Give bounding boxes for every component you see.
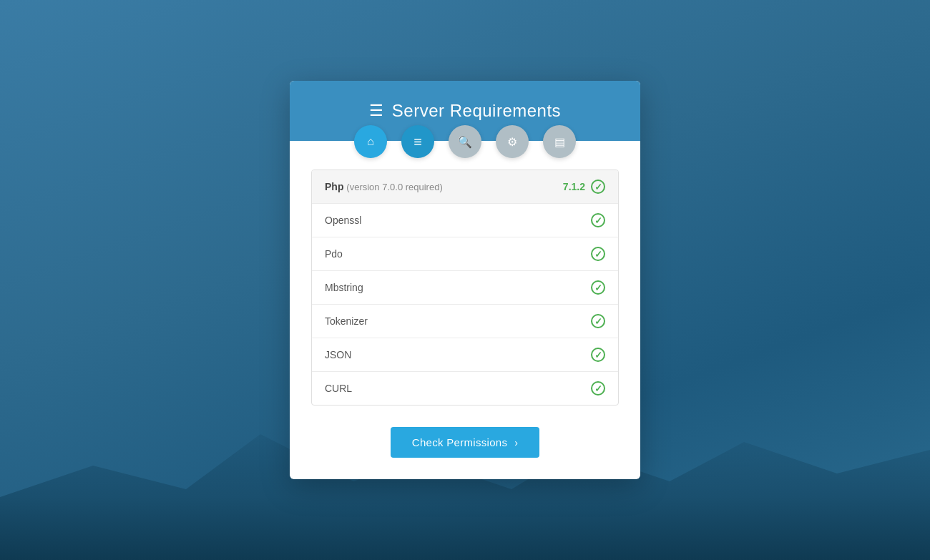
- gear-icon: ⚙: [507, 135, 517, 149]
- step-db[interactable]: ▤: [543, 125, 576, 158]
- header-list-icon: ☰: [369, 102, 383, 120]
- req-right-mbstring: ✓: [591, 280, 605, 295]
- req-row-pdo: Pdo ✓: [312, 237, 618, 271]
- list-icon: ≡: [413, 134, 422, 150]
- req-row-curl: CURL ✓: [312, 372, 618, 405]
- req-name-php: Php (version 7.0.0 required): [325, 181, 443, 192]
- req-name-pdo: Pdo: [325, 248, 343, 260]
- check-icon-pdo: ✓: [591, 247, 605, 261]
- req-right-php: 7.1.2 ✓: [563, 180, 605, 194]
- card-body: Php (version 7.0.0 required) 7.1.2 ✓ Ope…: [290, 141, 640, 479]
- req-name-openssl: Openssl: [325, 215, 361, 226]
- req-sub-php: (version 7.0.0 required): [346, 182, 442, 192]
- req-name-tokenizer: Tokenizer: [325, 315, 368, 327]
- req-row-tokenizer: Tokenizer ✓: [312, 305, 618, 338]
- home-icon: ⌂: [367, 135, 374, 148]
- req-right-json: ✓: [591, 348, 605, 362]
- page-title: Server Requirements: [392, 101, 561, 121]
- check-permissions-button[interactable]: Check Permissions ›: [391, 427, 539, 458]
- step-settings[interactable]: ⚙: [496, 125, 529, 158]
- req-right-openssl: ✓: [591, 213, 605, 227]
- step-home[interactable]: ⌂: [354, 125, 387, 158]
- req-right-tokenizer: ✓: [591, 314, 605, 328]
- req-row-mbstring: Mbstring ✓: [312, 271, 618, 305]
- requirements-table: Php (version 7.0.0 required) 7.1.2 ✓ Ope…: [311, 170, 619, 406]
- req-row-json: JSON ✓: [312, 338, 618, 372]
- check-icon-tokenizer: ✓: [591, 314, 605, 328]
- req-right-curl: ✓: [591, 381, 605, 396]
- req-name-mbstring: Mbstring: [325, 282, 363, 293]
- check-icon-json: ✓: [591, 348, 605, 362]
- req-version-php: 7.1.2: [563, 181, 585, 192]
- req-name-curl: CURL: [325, 383, 352, 394]
- check-icon-mbstring: ✓: [591, 280, 605, 295]
- steps-container: ⌂ ≡ 🔍 ⚙ ▤: [354, 125, 576, 158]
- step-list[interactable]: ≡: [401, 125, 434, 158]
- db-icon: ▤: [554, 135, 565, 149]
- search-icon: 🔍: [458, 135, 472, 149]
- check-icon-curl: ✓: [591, 381, 605, 396]
- check-icon-openssl: ✓: [591, 213, 605, 227]
- button-container: Check Permissions ›: [311, 427, 619, 458]
- step-search[interactable]: 🔍: [449, 125, 481, 158]
- req-name-json: JSON: [325, 349, 351, 360]
- check-permissions-label: Check Permissions: [412, 436, 507, 448]
- req-right-pdo: ✓: [591, 247, 605, 261]
- check-icon-php: ✓: [591, 180, 605, 194]
- req-row-php: Php (version 7.0.0 required) 7.1.2 ✓: [312, 170, 618, 204]
- main-card: ☰ Server Requirements ⌂ ≡ 🔍 ⚙ ▤: [290, 81, 640, 479]
- req-row-openssl: Openssl ✓: [312, 204, 618, 237]
- chevron-right-icon: ›: [514, 437, 518, 448]
